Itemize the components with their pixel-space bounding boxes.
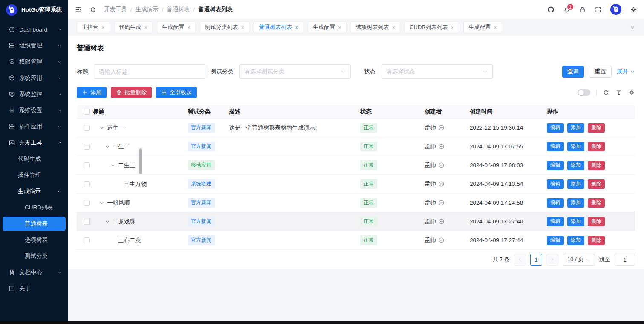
sidebar-item-test-category[interactable]: 测试分类 [0, 248, 68, 264]
prev-page-button[interactable] [514, 254, 526, 266]
sidebar-item-sys-app[interactable]: 系统应用 [0, 70, 68, 86]
close-icon[interactable]: × [392, 25, 396, 30]
delete-button[interactable]: 删除 [588, 179, 605, 189]
expand-caret-icon[interactable] [104, 144, 110, 150]
tab-8[interactable]: CUDR列表列表 × [404, 21, 459, 33]
next-page-button[interactable] [546, 254, 558, 266]
delete-button[interactable]: 删除 [588, 198, 605, 208]
sidebar-item-gen-demo[interactable]: 生成演示 [0, 183, 68, 200]
sidebar-item-sys-settings[interactable]: 系统设置 [0, 102, 68, 119]
row-checkbox[interactable] [84, 162, 90, 168]
avatar[interactable] [610, 4, 621, 15]
close-icon[interactable]: × [241, 25, 245, 30]
tab-7[interactable]: 选项树表列表 × [351, 21, 401, 33]
size-adjust-icon[interactable] [615, 89, 622, 96]
row-checkbox[interactable] [84, 125, 90, 131]
close-icon[interactable]: × [338, 25, 341, 30]
add-button[interactable]: 添加 [567, 217, 584, 226]
row-checkbox[interactable] [84, 237, 90, 243]
delete-button[interactable]: 删除 [588, 142, 605, 151]
sidebar-item-about[interactable]: 关于 [0, 281, 68, 297]
tab-1[interactable]: 主控台 × [77, 21, 110, 33]
delete-button[interactable]: 删除 [588, 161, 605, 170]
add-button[interactable]: 添加 [567, 198, 584, 208]
add-button[interactable]: 添加 [567, 236, 584, 245]
lock-icon[interactable] [579, 6, 586, 13]
scrollbar-thumb[interactable] [139, 148, 142, 174]
sidebar-item-curd-list[interactable]: CURD列表 [0, 200, 68, 216]
delete-button[interactable]: 删除 [588, 236, 605, 245]
close-icon[interactable]: × [144, 25, 148, 30]
sidebar-item-sys-monitor[interactable]: 系统监控 [0, 86, 68, 102]
striped-toggle[interactable] [578, 89, 590, 96]
column-settings-icon[interactable] [628, 89, 635, 96]
fullscreen-icon[interactable] [595, 6, 602, 13]
close-icon[interactable]: × [494, 25, 497, 30]
edit-button[interactable]: 编辑 [547, 142, 564, 151]
tab-6[interactable]: 生成配置 × [308, 21, 347, 33]
edit-button[interactable]: 编辑 [547, 161, 564, 170]
row-checkbox[interactable] [84, 219, 90, 225]
close-icon[interactable]: × [451, 25, 454, 30]
collapse-all-button[interactable]: 全部收起 [156, 87, 197, 98]
delete-button[interactable]: 删除 [588, 217, 605, 226]
sidebar-item-plugin-mgmt[interactable]: 插件管理 [0, 167, 68, 183]
expand-caret-icon[interactable] [110, 162, 116, 168]
expand-filters-link[interactable]: 展开 [617, 68, 635, 75]
reset-button[interactable]: 重置 [589, 66, 612, 78]
sidebar-item-doc-center[interactable]: 文档中心 [0, 264, 68, 281]
status-filter-select[interactable]: 请选择状态 [381, 64, 493, 79]
row-checkbox[interactable] [84, 200, 90, 206]
breadcrumb-item[interactable]: 普通树表 [167, 6, 190, 13]
tab-4[interactable]: 测试分类列表 × [200, 21, 250, 33]
sidebar-item-option-tree[interactable]: 选项树表 [0, 232, 68, 248]
tab-2[interactable]: 代码生成 × [114, 21, 153, 33]
tab-9[interactable]: 生成配置 × [463, 21, 502, 33]
app-logo[interactable]: HotGo管理系统 [0, 0, 68, 20]
add-button[interactable]: 添加 [77, 87, 107, 98]
delete-button[interactable]: 删除 [588, 123, 605, 133]
sidebar-item-plugin-app[interactable]: 插件应用 [0, 119, 68, 135]
sidebar-item-dev-tools[interactable]: 开发工具 [0, 135, 68, 151]
add-button[interactable]: 添加 [567, 179, 584, 189]
sidebar-item-normal-tree[interactable]: 普通树表 [3, 217, 66, 231]
breadcrumb-item[interactable]: 开发工具 [104, 6, 127, 13]
expand-caret-icon[interactable] [99, 200, 105, 206]
collapse-menu-icon[interactable] [75, 6, 82, 13]
close-icon[interactable]: × [295, 25, 298, 30]
breadcrumb-item[interactable]: 普通树表列表 [198, 6, 233, 13]
add-button[interactable]: 添加 [567, 123, 584, 133]
row-checkbox[interactable] [84, 181, 90, 187]
edit-button[interactable]: 编辑 [547, 179, 564, 189]
row-checkbox[interactable] [84, 144, 90, 150]
category-filter-select[interactable]: 请选择测试分类 [239, 64, 351, 79]
github-icon[interactable] [547, 6, 554, 13]
add-button[interactable]: 添加 [567, 142, 584, 151]
select-all-checkbox[interactable] [84, 109, 90, 115]
edit-button[interactable]: 编辑 [547, 198, 564, 208]
reload-table-icon[interactable] [603, 89, 609, 96]
sidebar-item-perm-mgmt[interactable]: 权限管理 [0, 54, 68, 70]
tab-5[interactable]: 普通树表列表 × [254, 21, 303, 33]
add-button[interactable]: 添加 [567, 161, 584, 170]
edit-button[interactable]: 编辑 [547, 217, 564, 226]
expand-caret-icon[interactable] [99, 125, 105, 131]
edit-button[interactable]: 编辑 [547, 123, 564, 133]
notifications-button[interactable]: 1 [563, 6, 570, 13]
sidebar-item-code-gen[interactable]: 代码生成 [0, 151, 68, 167]
page-number-button[interactable]: 1 [530, 254, 542, 266]
sidebar-item-org-mgmt[interactable]: 组织管理 [0, 38, 68, 54]
jump-page-input[interactable] [615, 254, 635, 266]
edit-button[interactable]: 编辑 [547, 236, 564, 245]
chevron-down-icon[interactable] [630, 24, 635, 30]
settings-gear-icon[interactable] [630, 6, 637, 13]
search-button[interactable]: 查询 [562, 66, 584, 78]
close-icon[interactable]: × [101, 25, 105, 30]
batch-delete-button[interactable]: 批量删除 [111, 87, 152, 98]
tab-3[interactable]: 生成配置 × [157, 21, 196, 33]
title-filter-input[interactable] [94, 64, 205, 79]
refresh-icon[interactable] [90, 6, 97, 13]
close-icon[interactable]: × [187, 25, 191, 30]
page-size-select[interactable]: 10 / 页 [563, 254, 595, 266]
expand-caret-icon[interactable] [104, 219, 110, 225]
